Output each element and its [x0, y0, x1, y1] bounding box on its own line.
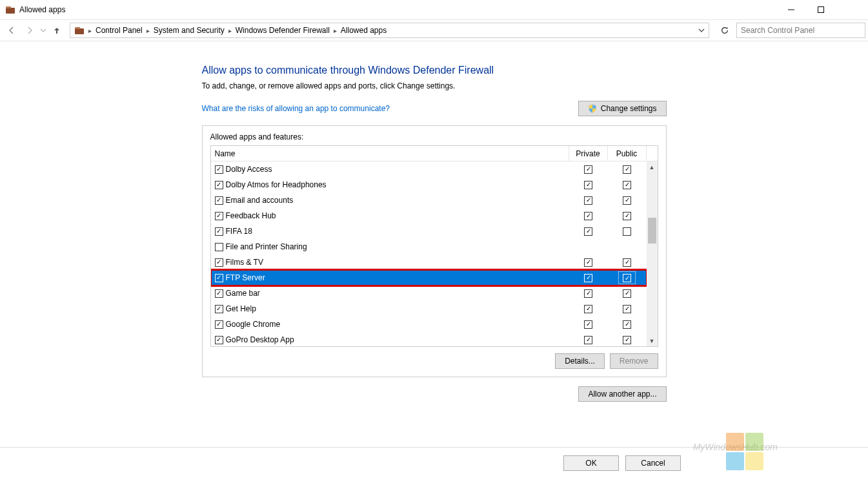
checkbox[interactable]: ✓	[215, 181, 223, 189]
breadcrumb-item[interactable]: Windows Defender Firewall	[233, 26, 332, 35]
app-row[interactable]: ✓FTP Server✓✓	[211, 270, 647, 286]
details-button[interactable]: Details...	[555, 353, 605, 369]
private-cell[interactable]: ✓	[569, 258, 608, 267]
scroll-down-button[interactable]: ▼	[647, 335, 658, 346]
checkbox[interactable]: ✓	[215, 289, 223, 298]
app-row[interactable]: ✓GoPro Desktop App✓✓	[211, 332, 647, 346]
risks-link[interactable]: What are the risks of allowing an app to…	[202, 104, 390, 113]
checkbox[interactable]: ✓	[623, 305, 631, 313]
checkbox[interactable]: ✓	[584, 181, 592, 189]
public-cell[interactable]	[608, 227, 647, 236]
checkbox[interactable]: ✓	[215, 165, 223, 174]
private-cell[interactable]: ✓	[569, 196, 608, 205]
checkbox[interactable]: ✓	[584, 212, 592, 220]
private-cell[interactable]: ✓	[569, 336, 608, 344]
chevron-right-icon[interactable]: ▸	[145, 27, 151, 34]
ok-button[interactable]: OK	[563, 455, 619, 471]
checkbox[interactable]: ✓	[584, 336, 592, 344]
chevron-right-icon[interactable]: ▸	[332, 27, 338, 34]
private-cell[interactable]: ✓	[569, 305, 608, 313]
recent-locations-button[interactable]	[39, 21, 48, 39]
checkbox[interactable]: ✓	[215, 305, 223, 313]
checkbox[interactable]: ✓	[623, 274, 631, 282]
column-private[interactable]: Private	[569, 146, 608, 161]
private-cell[interactable]: ✓	[569, 165, 608, 174]
scrollbar[interactable]: ▲ ▼	[647, 161, 658, 346]
public-cell[interactable]: ✓	[608, 181, 647, 189]
checkbox[interactable]: ✓	[584, 227, 592, 236]
search-input[interactable]: Search Control Panel	[736, 23, 865, 38]
private-cell[interactable]: ✓	[569, 227, 608, 236]
public-cell[interactable]: ✓	[608, 196, 647, 205]
column-name[interactable]: Name	[211, 146, 569, 161]
app-row[interactable]: ✓Email and accounts✓✓	[211, 192, 647, 208]
public-cell[interactable]: ✓	[608, 165, 647, 174]
app-row[interactable]: ✓Feedback Hub✓✓	[211, 208, 647, 223]
checkbox[interactable]: ✓	[584, 196, 592, 205]
checkbox[interactable]: ✓	[584, 289, 592, 298]
private-cell[interactable]: ✓	[569, 320, 608, 329]
address-bar[interactable]: ▸ Control Panel ▸ System and Security ▸ …	[70, 23, 709, 38]
public-cell[interactable]: ✓	[608, 336, 647, 344]
cancel-button[interactable]: Cancel	[625, 455, 681, 471]
checkbox[interactable]: ✓	[623, 320, 631, 329]
column-public[interactable]: Public	[608, 146, 647, 161]
scroll-thumb[interactable]	[648, 218, 656, 244]
up-button[interactable]	[48, 21, 66, 39]
chevron-right-icon[interactable]: ▸	[87, 27, 93, 34]
checkbox[interactable]: ✓	[584, 305, 592, 313]
private-cell[interactable]: ✓	[569, 181, 608, 189]
public-cell[interactable]: ✓	[608, 258, 647, 267]
address-dropdown-button[interactable]	[696, 23, 707, 37]
checkbox[interactable]: ✓	[215, 320, 223, 329]
checkbox[interactable]: ✓	[215, 227, 223, 236]
forward-button[interactable]	[21, 21, 39, 39]
minimize-button[interactable]	[776, 0, 806, 19]
private-cell[interactable]: ✓	[569, 274, 608, 282]
app-row[interactable]: ✓Films & TV✓✓	[211, 255, 647, 270]
checkbox[interactable]: ✓	[623, 289, 631, 298]
checkbox[interactable]: ✓	[215, 274, 223, 282]
remove-button[interactable]: Remove	[610, 353, 658, 369]
checkbox[interactable]: ✓	[623, 336, 631, 344]
maximize-button[interactable]	[806, 0, 836, 19]
public-cell[interactable]: ✓	[608, 273, 647, 283]
breadcrumb-item[interactable]: Allowed apps	[338, 26, 389, 35]
app-row[interactable]: ✓Dolby Atmos for Headphones✓✓	[211, 177, 647, 192]
checkbox[interactable]: ✓	[623, 196, 631, 205]
app-row[interactable]: ✓Google Chrome✓✓	[211, 317, 647, 332]
checkbox[interactable]: ✓	[215, 336, 223, 344]
app-row[interactable]: ✓Dolby Access✓✓	[211, 161, 647, 177]
breadcrumb-item[interactable]: Control Panel	[93, 26, 145, 35]
scroll-up-button[interactable]: ▲	[647, 161, 658, 172]
refresh-button[interactable]	[717, 23, 732, 38]
checkbox[interactable]: ✓	[584, 165, 592, 174]
checkbox[interactable]: ✓	[623, 212, 631, 220]
checkbox[interactable]: ✓	[623, 165, 631, 174]
private-cell[interactable]: ✓	[569, 289, 608, 298]
chevron-right-icon[interactable]: ▸	[227, 27, 233, 34]
scroll-track[interactable]	[647, 172, 658, 335]
public-cell[interactable]: ✓	[608, 289, 647, 298]
checkbox[interactable]	[623, 227, 631, 236]
app-row[interactable]: File and Printer Sharing	[211, 239, 647, 255]
checkbox[interactable]: ✓	[215, 212, 223, 220]
public-cell[interactable]: ✓	[608, 305, 647, 313]
app-row[interactable]: ✓Game bar✓✓	[211, 286, 647, 301]
allow-another-app-button[interactable]: Allow another app...	[578, 386, 666, 402]
checkbox[interactable]: ✓	[584, 320, 592, 329]
checkbox[interactable]: ✓	[215, 196, 223, 205]
checkbox[interactable]: ✓	[623, 181, 631, 189]
public-cell[interactable]: ✓	[608, 212, 647, 220]
app-row[interactable]: ✓FIFA 18✓	[211, 223, 647, 239]
public-cell[interactable]: ✓	[608, 320, 647, 329]
checkbox[interactable]: ✓	[584, 258, 592, 267]
app-row[interactable]: ✓Get Help✓✓	[211, 301, 647, 317]
checkbox[interactable]: ✓	[623, 258, 631, 267]
change-settings-button[interactable]: Change settings	[578, 101, 667, 116]
private-cell[interactable]: ✓	[569, 212, 608, 220]
checkbox[interactable]: ✓	[215, 258, 223, 267]
checkbox[interactable]	[215, 243, 223, 251]
checkbox[interactable]: ✓	[584, 274, 592, 282]
breadcrumb-item[interactable]: System and Security	[151, 26, 227, 35]
